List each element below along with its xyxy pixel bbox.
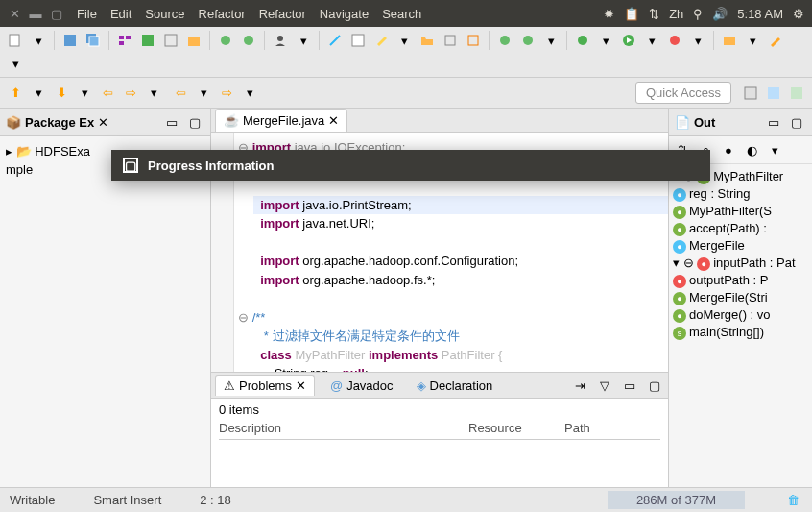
dropdown-icon-5[interactable]: ▾ [596,31,615,50]
heap-status[interactable]: 286M of 377M [608,491,745,509]
maximize-icon[interactable]: ▢ [50,7,63,20]
minimize-icon[interactable]: ▬ [29,7,42,20]
menu-source[interactable]: Source [145,7,184,21]
menu-edit[interactable]: Edit [110,7,131,21]
col-path[interactable]: Path [564,421,660,435]
lang-indicator[interactable]: Zh [669,7,683,21]
calendar-icon[interactable]: 📋 [624,7,639,21]
minimize-outline-icon[interactable]: ▭ [764,112,783,132]
checklist-icon[interactable] [348,31,368,50]
outline-item[interactable]: ●reg : String [673,185,808,203]
debug-icon[interactable] [573,31,592,50]
nav-up-icon[interactable]: ⬆ [6,84,25,103]
outline-item[interactable]: ▾ ⊖ ●inputPath : Pat [673,255,808,272]
maximize-view-icon[interactable]: ▢ [185,112,204,132]
bluetooth-icon[interactable]: ⚲ [693,7,703,21]
refactor-icon-2[interactable] [239,31,258,50]
code-keyword: import [260,198,299,212]
hide-static-icon[interactable]: ◐ [742,140,761,159]
box-icon-2[interactable] [464,31,483,50]
dropdown-icon-2[interactable]: ▾ [294,31,313,50]
maximize-outline-icon[interactable]: ▢ [787,112,806,132]
menu-refactor-2[interactable]: Refactor [259,7,306,21]
maximize-bottom-icon[interactable]: ▢ [645,376,664,395]
gc-icon[interactable]: 🗑 [783,491,802,510]
svg-rect-7 [142,35,154,46]
code-comment: /** [252,310,266,325]
outline-item[interactable]: ●doMerge() : vo [673,306,808,324]
menu-search[interactable]: Search [382,7,421,21]
package-icon[interactable] [184,31,203,50]
quick-access[interactable]: Quick Access [635,82,731,104]
dropdown-nav-1[interactable]: ▾ [29,84,48,103]
menu-refactor[interactable]: Refactor [199,7,246,21]
hide-local-icon[interactable]: ▾ [765,140,784,159]
wand-icon[interactable] [325,31,345,50]
gear-green-icon[interactable] [518,31,537,50]
tab-javadoc[interactable]: @ Javadoc [322,376,401,396]
bug-icon[interactable] [495,31,514,50]
save-icon[interactable] [60,31,80,50]
outline-item[interactable]: ●outputPath : P [673,272,808,289]
pen-icon[interactable] [766,31,785,50]
outline-item[interactable]: ●MyPathFilter(S [673,203,808,220]
struct-icon[interactable] [115,31,134,50]
settings-gear-icon[interactable]: ⚙ [793,7,804,21]
dropdown-icon-6[interactable]: ▾ [642,31,661,50]
network-icon[interactable]: ⇅ [649,7,659,21]
dropdown-icon-4[interactable]: ▾ [541,31,561,50]
outline-item[interactable]: smain(String[]) [673,324,808,341]
dropdown-icon-8[interactable]: ▾ [743,31,762,50]
dropdown-icon-9[interactable]: ▾ [6,54,25,73]
perspective-debug-icon[interactable] [787,84,806,103]
dropdown-icon-3[interactable]: ▾ [394,31,414,50]
run-icon[interactable] [619,31,638,50]
dropdown-nav-2[interactable]: ▾ [75,84,94,103]
close-tab-icon[interactable]: ✕ [296,378,306,393]
volume-icon[interactable]: 🔊 [712,7,728,21]
box-icon[interactable] [441,31,460,50]
clock[interactable]: 5:18 AM [737,7,783,21]
nav-down-icon[interactable]: ⬇ [52,84,71,103]
dropdown-nav-5[interactable]: ▾ [240,84,259,103]
dropdown-icon[interactable]: ▾ [29,31,48,50]
folder-nav-icon[interactable] [720,31,739,50]
close-view-icon[interactable]: ✕ [98,115,108,130]
outline-item[interactable]: ●accept(Path) : [673,220,808,237]
user-icon[interactable] [271,31,290,50]
nav-back-icon[interactable]: ⇦ [98,84,117,103]
col-resource[interactable]: Resource [468,421,564,435]
editor-tab[interactable]: ☕ MergeFile.java ✕ [215,109,347,132]
dropdown-icon-7[interactable]: ▾ [688,31,707,50]
p4-icon[interactable] [161,31,180,50]
run-ext-icon[interactable] [665,31,684,50]
tab-problems[interactable]: ⚠ Problems ✕ [215,375,315,396]
dropdown-nav-4[interactable]: ▾ [194,84,213,103]
nav-next-icon[interactable]: ⇨ [217,84,236,103]
perspective-open-icon[interactable] [741,84,760,103]
dropdown-nav-3[interactable]: ▾ [144,84,163,103]
menu-navigate[interactable]: Navigate [320,7,369,21]
minimize-view-icon[interactable]: ▭ [162,112,181,132]
hide-fields-icon[interactable]: ● [719,140,738,159]
outline-item[interactable]: ●MergeFile [673,237,808,255]
perspective-java-icon[interactable] [764,84,783,103]
nav-fwd-icon[interactable]: ⇨ [121,84,140,103]
nav-prev-icon[interactable]: ⇦ [171,84,190,103]
outline-item[interactable]: ●MergeFile(Stri [673,289,808,306]
view-menu-icon[interactable]: ▽ [595,376,614,395]
col-description[interactable]: Description [219,421,468,435]
tab-declaration[interactable]: ◈ Declaration [409,376,501,396]
minimize-bottom-icon[interactable]: ▭ [620,376,639,395]
close-icon[interactable]: ✕ [8,7,21,20]
close-tab-icon[interactable]: ✕ [328,113,339,128]
refactor-icon-1[interactable] [216,31,235,50]
filter-icon[interactable]: ⇥ [570,376,589,395]
grid-icon[interactable] [138,31,157,50]
menu-file[interactable]: File [77,7,97,21]
new-icon[interactable] [6,31,25,50]
highlight-icon[interactable] [371,31,391,50]
tray-icon-1[interactable]: ✹ [604,7,614,21]
folder-open-icon[interactable] [418,31,437,50]
save-all-icon[interactable] [84,31,103,50]
